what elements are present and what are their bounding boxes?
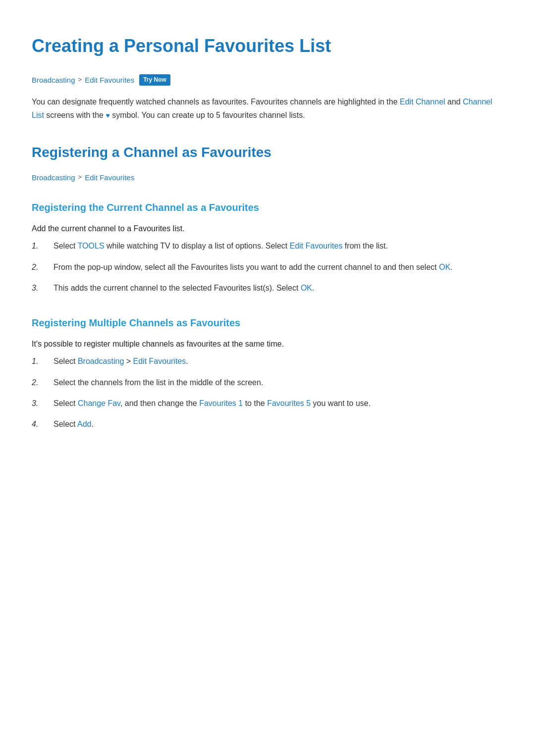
breadcrumb-top: Broadcasting > Edit Favourites Try Now	[32, 74, 503, 86]
intro-text-1: You can designate frequently watched cha…	[32, 98, 400, 106]
subsection2-step-2-number: 2.	[32, 376, 50, 389]
intro-text-3: screens with the	[44, 111, 106, 119]
step-1-text-middle: while watching TV to display a list of o…	[105, 242, 290, 250]
step-2-text-after: .	[450, 263, 452, 271]
subsection2-step-2-content: Select the channels from the list in the…	[54, 376, 503, 389]
step-3-content: This adds the current channel to the sel…	[54, 282, 503, 295]
subsection2-title: Registering Multiple Channels as Favouri…	[32, 315, 503, 331]
subsection1-intro: Add the current channel to a Favourites …	[32, 222, 503, 235]
subsection1-title: Registering the Current Channel as a Fav…	[32, 200, 503, 215]
page-title: Creating a Personal Favourites List	[32, 32, 503, 60]
breadcrumb-section1-edit-favourites-link[interactable]: Edit Favourites	[85, 172, 134, 184]
step-3: 3. This adds the current channel to the …	[32, 282, 503, 295]
subsection2-step-4-after: .	[92, 420, 94, 428]
edit-favourites-step1-link[interactable]: Edit Favourites	[290, 242, 343, 250]
subsection2-step-3-number: 3.	[32, 397, 50, 410]
subsection2-step-1-sep: >	[124, 357, 133, 365]
edit-channel-link[interactable]: Edit Channel	[400, 98, 445, 106]
ok-link-step2[interactable]: OK	[439, 263, 450, 271]
step-3-text-before: This adds the current channel to the sel…	[54, 284, 301, 292]
subsection2-step-3-middle2: to the	[243, 399, 267, 407]
ok-link-step3[interactable]: OK	[301, 284, 312, 292]
subsection2-step-1: 1. Select Broadcasting > Edit Favourites…	[32, 355, 503, 368]
subsection2-step-1-number: 1.	[32, 355, 50, 368]
step-1: 1. Select TOOLS while watching TV to dis…	[32, 240, 503, 252]
tools-link[interactable]: TOOLS	[78, 242, 105, 250]
heart-icon: ♥	[106, 111, 109, 119]
try-now-badge[interactable]: Try Now	[139, 74, 170, 86]
subsection2-step-4-content: Select Add.	[54, 418, 503, 431]
breadcrumb-broadcasting-link[interactable]: Broadcasting	[32, 74, 75, 86]
subsection2-step-4: 4. Select Add.	[32, 418, 503, 431]
subsection2-step-3: 3. Select Change Fav, and then change th…	[32, 397, 503, 410]
subsection-current-channel: Registering the Current Channel as a Fav…	[32, 200, 503, 295]
subsection2-steps: 1. Select Broadcasting > Edit Favourites…	[32, 355, 503, 431]
intro-paragraph: You can designate frequently watched cha…	[32, 95, 503, 122]
intro-text-2: and	[445, 98, 463, 106]
subsection2-step-3-after: you want to use.	[311, 399, 371, 407]
subsection2-step-1-after: .	[186, 357, 188, 365]
step-2-number: 2.	[32, 261, 50, 274]
subsection2-step-3-middle1: , and then change the	[120, 399, 199, 407]
breadcrumb-section1: Broadcasting > Edit Favourites	[32, 172, 503, 184]
edit-favourites-step1b-link[interactable]: Edit Favourites	[133, 357, 186, 365]
step-1-text-before: Select	[54, 242, 78, 250]
subsection-multiple-channels: Registering Multiple Channels as Favouri…	[32, 315, 503, 431]
step-1-text-after: from the list.	[342, 242, 388, 250]
broadcasting-link-step1[interactable]: Broadcasting	[78, 357, 124, 365]
subsection2-step-4-number: 4.	[32, 418, 50, 431]
step-1-number: 1.	[32, 240, 50, 252]
subsection2-intro: It's possible to register multiple chann…	[32, 338, 503, 351]
subsection2-step-3-before: Select	[54, 399, 78, 407]
section1-title: Registering a Channel as Favourites	[32, 142, 503, 164]
step-2-content: From the pop-up window, select all the F…	[54, 261, 503, 274]
change-fav-link[interactable]: Change Fav	[78, 399, 120, 407]
subsection2-step-2: 2. Select the channels from the list in …	[32, 376, 503, 389]
step-3-number: 3.	[32, 282, 50, 295]
favourites-5-link[interactable]: Favourites 5	[267, 399, 311, 407]
step-2: 2. From the pop-up window, select all th…	[32, 261, 503, 274]
breadcrumb-edit-favourites-link[interactable]: Edit Favourites	[85, 74, 134, 86]
step-2-text-before: From the pop-up window, select all the F…	[54, 263, 439, 271]
subsection2-step-3-content: Select Change Fav, and then change the F…	[54, 397, 503, 410]
step-1-content: Select TOOLS while watching TV to displa…	[54, 240, 503, 252]
add-link[interactable]: Add	[77, 420, 91, 428]
breadcrumb-section1-broadcasting-link[interactable]: Broadcasting	[32, 172, 75, 184]
subsection2-step-1-before: Select	[54, 357, 78, 365]
subsection1-steps: 1. Select TOOLS while watching TV to dis…	[32, 240, 503, 295]
subsection2-step-4-before: Select	[54, 420, 77, 428]
intro-text-4: symbol. You can create up to 5 favourite…	[110, 111, 305, 119]
breadcrumb-separator-1: >	[78, 75, 82, 85]
subsection2-step-1-content: Select Broadcasting > Edit Favourites.	[54, 355, 503, 368]
favourites-1-link[interactable]: Favourites 1	[199, 399, 243, 407]
breadcrumb-section1-separator: >	[78, 172, 82, 183]
step-3-text-after: .	[312, 284, 314, 292]
